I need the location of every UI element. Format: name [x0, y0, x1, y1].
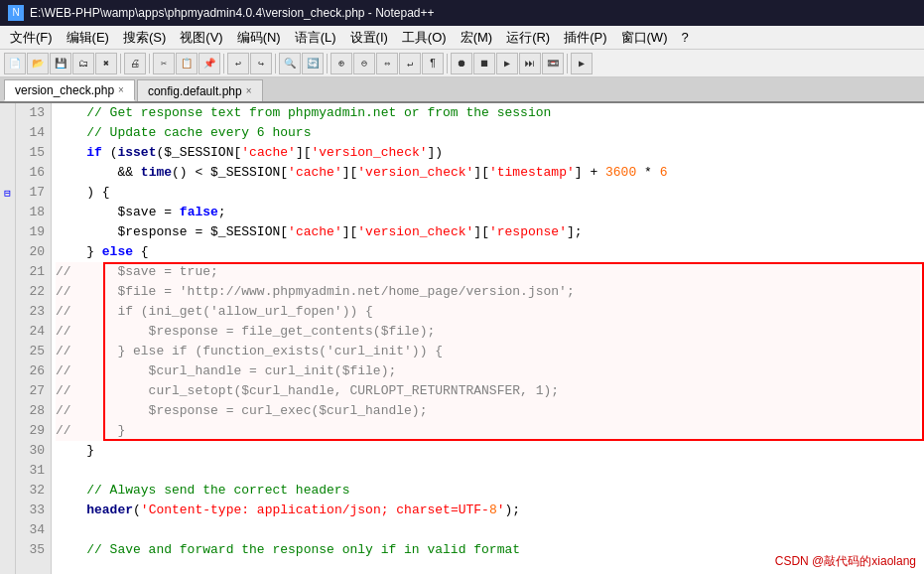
save-button[interactable]: 💾	[50, 53, 71, 74]
bookmark-18	[0, 203, 15, 222]
zoom-in-button[interactable]: ⊕	[330, 53, 352, 74]
code-line-19: $response = $_SESSION['cache']['version_…	[56, 222, 920, 242]
bookmark-23	[0, 302, 15, 322]
line-num-25: 25	[22, 342, 45, 361]
menu-item-language[interactable]: 语言(L)	[289, 27, 342, 49]
tab-tab1[interactable]: version_check.php×	[4, 79, 135, 101]
code-line-18: $save = false;	[56, 203, 920, 222]
close-button[interactable]: ✖	[95, 53, 117, 74]
macro-play-button[interactable]: ▶	[496, 53, 518, 74]
code-line-13: // Get response text from phpmyadmin.net…	[56, 103, 920, 123]
macro-save-button[interactable]: 📼	[542, 53, 564, 74]
line-num-18: 18	[22, 203, 45, 222]
menu-item-settings[interactable]: 设置(I)	[344, 27, 394, 49]
line-num-16: 16	[22, 163, 45, 183]
bookmark-13	[0, 103, 15, 123]
line-num-22: 22	[22, 282, 45, 302]
zoom-out-button[interactable]: ⊖	[353, 53, 375, 74]
run-button[interactable]: ▶	[571, 53, 593, 74]
code-line-22: // $file = 'http://www.phpmyadmin.net/ho…	[56, 282, 920, 302]
menu-item-view[interactable]: 视图(V)	[174, 27, 228, 49]
code-line-33: header('Content-type: application/json; …	[56, 501, 920, 520]
line-num-27: 27	[22, 381, 45, 401]
menu-item-edit[interactable]: 编辑(E)	[61, 27, 115, 49]
bookmark-20	[0, 242, 15, 262]
menu-item-run[interactable]: 运行(R)	[500, 27, 556, 49]
line-numbers: 1314151617181920212223242526272829303132…	[16, 103, 52, 574]
line-num-34: 34	[22, 520, 45, 540]
macro-run-multiple[interactable]: ⏭	[519, 53, 541, 74]
menu-item-plugins[interactable]: 插件(P)	[558, 27, 612, 49]
print-button[interactable]: 🖨	[124, 53, 146, 74]
line-num-19: 19	[22, 222, 45, 242]
code-content[interactable]: // Get response text from phpmyadmin.net…	[52, 103, 924, 574]
code-line-15: if (isset($_SESSION['cache']['version_ch…	[56, 143, 920, 163]
line-num-14: 14	[22, 123, 45, 143]
redo-button[interactable]: ↪	[250, 53, 272, 74]
bookmark-33	[0, 501, 15, 520]
bookmark-34	[0, 520, 15, 540]
bookmark-31	[0, 461, 15, 481]
menu-item-encoding[interactable]: 编码(N)	[231, 27, 287, 49]
bookmark-24	[0, 322, 15, 342]
code-line-29: // }	[56, 421, 920, 441]
menu-bar: 文件(F)编辑(E)搜索(S)视图(V)编码(N)语言(L)设置(I)工具(O)…	[0, 26, 924, 50]
line-num-28: 28	[22, 401, 45, 421]
tab-label: version_check.php	[15, 83, 114, 97]
code-line-28: // $response = curl_exec($curl_handle);	[56, 401, 920, 421]
bookmark-29	[0, 421, 15, 441]
line-num-35: 35	[22, 540, 45, 560]
code-line-21: // $save = true;	[56, 262, 920, 282]
app-icon: N	[8, 5, 24, 21]
code-line-24: // $response = file_get_contents($file);	[56, 322, 920, 342]
code-line-17: ) {	[56, 183, 920, 203]
save-all-button[interactable]: 🗂	[72, 53, 94, 74]
find-button[interactable]: 🔍	[279, 53, 301, 74]
copy-button[interactable]: 📋	[176, 53, 198, 74]
toolbar: 📄 📂 💾 🗂 ✖ 🖨 ✂ 📋 📌 ↩ ↪ 🔍 🔄 ⊕ ⊖ ⇔ ↵ ¶ ⏺ ⏹ …	[0, 50, 924, 77]
line-num-32: 32	[22, 481, 45, 501]
watermark: CSDN @敲代码的xiaolang	[775, 553, 916, 570]
code-line-14: // Update cache every 6 hours	[56, 123, 920, 143]
undo-button[interactable]: ↩	[227, 53, 249, 74]
word-wrap-button[interactable]: ↵	[399, 53, 421, 74]
code-line-30: }	[56, 441, 920, 461]
menu-item-help[interactable]: ?	[675, 28, 694, 47]
code-line-31	[56, 461, 920, 481]
menu-item-file[interactable]: 文件(F)	[4, 27, 59, 49]
menu-item-window[interactable]: 窗口(W)	[615, 27, 674, 49]
tab-tab2[interactable]: config.default.php×	[137, 79, 263, 101]
sync-scroll-button[interactable]: ⇔	[376, 53, 398, 74]
menu-item-tools[interactable]: 工具(O)	[396, 27, 453, 49]
macro-stop-button[interactable]: ⏹	[473, 53, 495, 74]
bookmark-27	[0, 381, 15, 401]
bookmark-21	[0, 262, 15, 282]
line-num-30: 30	[22, 441, 45, 461]
bookmark-17[interactable]: ⊟	[0, 183, 15, 203]
line-num-33: 33	[22, 501, 45, 520]
replace-button[interactable]: 🔄	[302, 53, 324, 74]
line-num-20: 20	[22, 242, 45, 262]
bookmark-22	[0, 282, 15, 302]
bookmark-32	[0, 481, 15, 501]
new-button[interactable]: 📄	[4, 53, 26, 74]
indent-button[interactable]: ¶	[422, 53, 444, 74]
bookmark-16	[0, 163, 15, 183]
bookmark-column: ⊟	[0, 103, 16, 574]
tab-label: config.default.php	[148, 84, 242, 98]
tab-close-btn[interactable]: ×	[246, 85, 252, 96]
line-num-17: 17	[22, 183, 45, 203]
bookmark-15	[0, 143, 15, 163]
menu-item-search[interactable]: 搜索(S)	[117, 27, 172, 49]
macro-record-button[interactable]: ⏺	[451, 53, 472, 74]
open-button[interactable]: 📂	[27, 53, 49, 74]
bookmark-26	[0, 361, 15, 381]
code-line-34	[56, 520, 920, 540]
bookmark-30	[0, 441, 15, 461]
paste-button[interactable]: 📌	[198, 53, 220, 74]
menu-item-macro[interactable]: 宏(M)	[455, 27, 499, 49]
cut-button[interactable]: ✂	[153, 53, 175, 74]
line-num-26: 26	[22, 361, 45, 381]
code-line-20: } else {	[56, 242, 920, 262]
tab-close-btn[interactable]: ×	[118, 84, 124, 95]
